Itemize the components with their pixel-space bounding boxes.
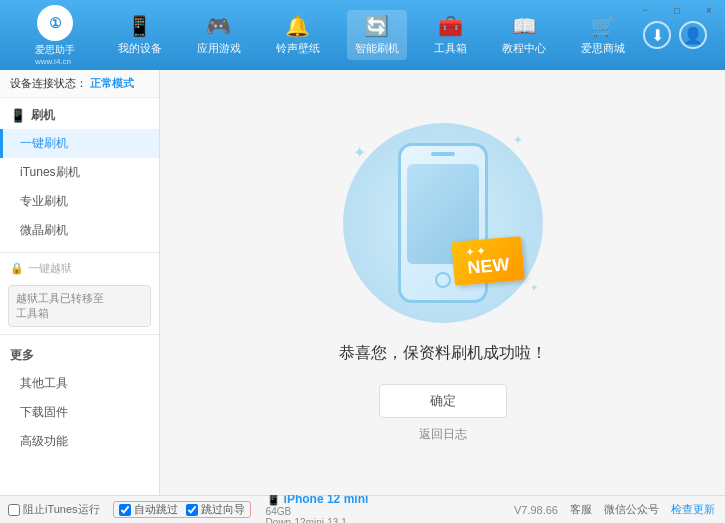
bottom-right: V7.98.66 客服 微信公众号 检查更新 <box>514 502 725 517</box>
back-link[interactable]: 返回日志 <box>419 426 467 443</box>
new-badge-text: NEW <box>466 254 510 278</box>
sparkle-icon-2: ✦ <box>513 133 523 147</box>
lock-icon: 🔒 <box>10 262 24 275</box>
status-value: 正常模式 <box>90 77 134 89</box>
flash-section: 📱 刷机 一键刷机 iTunes刷机 专业刷机 微晶刷机 <box>0 98 159 249</box>
bottom-bar: 阻止iTunes运行 自动跳过 跳过向导 📱 iPhone 12 mini 64… <box>0 495 725 523</box>
smart-flash-icon: 🔄 <box>364 14 389 38</box>
sidebar-divider-1 <box>0 252 159 253</box>
skip-wizard-checkbox[interactable] <box>186 504 198 516</box>
mall-icon: 🛒 <box>591 14 616 38</box>
checkbox-area: 自动跳过 跳过向导 <box>113 501 251 518</box>
status-label: 设备连接状态： <box>10 77 87 89</box>
phone-speaker <box>431 152 455 156</box>
phone-home-button <box>435 272 451 288</box>
minimize-button[interactable]: － <box>629 0 661 20</box>
apps-games-icon: 🎮 <box>206 14 231 38</box>
sparkle-icon-1: ✦ <box>353 143 366 162</box>
auto-jump-label[interactable]: 自动跳过 <box>119 502 178 517</box>
skip-wizard-text: 跳过向导 <box>201 502 245 517</box>
jailbreak-section-title: 🔒 一键越狱 <box>0 256 159 281</box>
nav-mall-label: 爱思商城 <box>581 41 625 56</box>
auto-jump-checkbox[interactable] <box>119 504 131 516</box>
device-info-area: 📱 iPhone 12 mini 64GB Down-12mini-13,1 <box>256 492 379 524</box>
sidebar-save-flash[interactable]: 微晶刷机 <box>0 216 159 245</box>
nav-tutorials[interactable]: 📖 教程中心 <box>494 10 554 60</box>
nav-ringtones-label: 铃声壁纸 <box>276 41 320 56</box>
check-update-link[interactable]: 检查更新 <box>671 502 715 517</box>
more-section-label: 更多 <box>10 347 34 364</box>
flash-section-title: 📱 刷机 <box>0 102 159 129</box>
more-section: 更多 其他工具 下载固件 高级功能 <box>0 338 159 460</box>
close-button[interactable]: × <box>693 0 725 20</box>
device-model: Down-12mini-13,1 <box>266 517 369 524</box>
nav-my-device[interactable]: 📱 我的设备 <box>110 10 170 60</box>
logo-icon: ① <box>37 5 73 41</box>
device-storage: 64GB <box>266 506 369 517</box>
sidebar: 设备连接状态： 正常模式 📱 刷机 一键刷机 iTunes刷机 专业刷机 微晶刷… <box>0 70 160 495</box>
nav-tutorials-label: 教程中心 <box>502 41 546 56</box>
stop-itunes-area: 阻止iTunes运行 <box>0 502 108 517</box>
skip-wizard-label[interactable]: 跳过向导 <box>186 502 245 517</box>
nav-ringtones[interactable]: 🔔 铃声壁纸 <box>268 10 328 60</box>
nav-apps-games[interactable]: 🎮 应用游戏 <box>189 10 249 60</box>
nav-smart-flash-label: 智能刷机 <box>355 41 399 56</box>
jailbreak-notice: 越狱工具已转移至 工具箱 <box>8 285 151 327</box>
sidebar-advanced[interactable]: 高级功能 <box>0 427 159 456</box>
nav-toolbox[interactable]: 🧰 工具箱 <box>426 10 475 60</box>
success-illustration: ✦ ✦ ✦ ✦ ✦ NEW <box>333 123 553 323</box>
window-controls: － □ × <box>629 0 725 20</box>
sidebar-itunes-flash[interactable]: iTunes刷机 <box>0 158 159 187</box>
sidebar-pro-flash[interactable]: 专业刷机 <box>0 187 159 216</box>
user-button[interactable]: 👤 <box>679 21 707 49</box>
nav-toolbox-label: 工具箱 <box>434 41 467 56</box>
download-button[interactable]: ⬇ <box>643 21 671 49</box>
wechat-link[interactable]: 微信公众号 <box>604 502 659 517</box>
restore-button[interactable]: □ <box>661 0 693 20</box>
nav-smart-flash[interactable]: 🔄 智能刷机 <box>347 10 407 60</box>
more-section-title: 更多 <box>0 342 159 369</box>
toolbox-icon: 🧰 <box>438 14 463 38</box>
main-content: ✦ ✦ ✦ ✦ ✦ NEW 恭喜您，保资料刷机成功啦！ 确定 <box>160 70 725 495</box>
new-badge: ✦ ✦ NEW <box>451 236 525 286</box>
header-right-controls: ⬇ 👤 <box>643 21 715 49</box>
flash-section-icon: 📱 <box>10 108 26 123</box>
app-header: ① 爱思助手 www.i4.cn 📱 我的设备 🎮 应用游戏 🔔 铃声壁纸 � <box>0 0 725 70</box>
confirm-button[interactable]: 确定 <box>379 384 507 418</box>
stop-itunes-checkbox[interactable] <box>8 504 20 516</box>
customer-service-link[interactable]: 客服 <box>570 502 592 517</box>
flash-section-label: 刷机 <box>31 107 55 124</box>
device-status-bar: 设备连接状态： 正常模式 <box>0 70 159 98</box>
ringtones-icon: 🔔 <box>285 14 310 38</box>
sidebar-download-firmware[interactable]: 下载固件 <box>0 398 159 427</box>
version-label: V7.98.66 <box>514 504 558 516</box>
sidebar-divider-2 <box>0 334 159 335</box>
jailbreak-label: 一键越狱 <box>28 261 72 276</box>
nav-mall[interactable]: 🛒 爱思商城 <box>573 10 633 60</box>
success-message: 恭喜您，保资料刷机成功啦！ <box>339 343 547 364</box>
logo-text: 爱思助手 www.i4.cn <box>35 43 75 66</box>
nav-my-device-label: 我的设备 <box>118 41 162 56</box>
app-logo: ① 爱思助手 www.i4.cn <box>10 5 100 66</box>
main-nav: 📱 我的设备 🎮 应用游戏 🔔 铃声壁纸 🔄 智能刷机 🧰 工具箱 📖 <box>100 10 643 60</box>
sidebar-other-tools[interactable]: 其他工具 <box>0 369 159 398</box>
auto-jump-text: 自动跳过 <box>134 502 178 517</box>
stop-itunes-label: 阻止iTunes运行 <box>23 502 100 517</box>
my-device-icon: 📱 <box>127 14 152 38</box>
nav-apps-games-label: 应用游戏 <box>197 41 241 56</box>
sidebar-one-click-flash[interactable]: 一键刷机 <box>0 129 159 158</box>
sparkle-icon-3: ✦ <box>530 282 538 293</box>
tutorials-icon: 📖 <box>512 14 537 38</box>
